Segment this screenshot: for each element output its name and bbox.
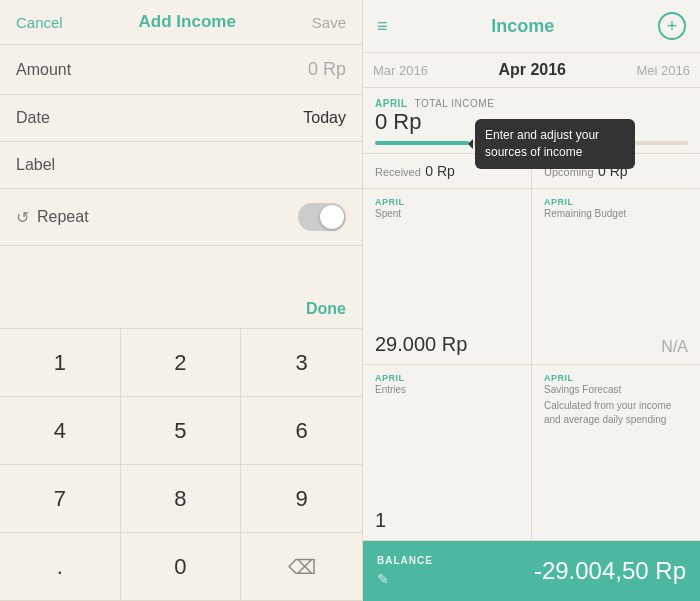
key-6[interactable]: 6 [241,397,362,465]
cancel-button[interactable]: Cancel [16,14,63,31]
label-label: Label [16,156,55,174]
savings-cell: APRIL Savings Forecast Calculated from y… [532,365,700,540]
repeat-toggle[interactable] [298,203,346,231]
amount-value: 0 Rp [308,59,346,80]
balance-label: BALANCE [377,555,433,567]
key-9[interactable]: 9 [241,465,362,533]
add-income-title: Add Income [139,12,236,32]
amount-row[interactable]: Amount 0 Rp [0,45,362,95]
spent-cell: APRIL Spent 29.000 Rp [363,189,532,364]
spent-remaining-row: APRIL Spent 29.000 Rp APRIL Remaining Bu… [363,189,700,365]
key-7[interactable]: 7 [0,465,121,533]
entries-savings-row: APRIL Entries 1 APRIL Savings Forecast C… [363,365,700,541]
tooltip-text: Enter and adjust your sources of income [485,128,599,159]
done-button[interactable]: Done [306,300,346,318]
key-dot[interactable]: . [0,533,121,601]
remaining-sublabel: Remaining Budget [544,208,688,219]
prev-month[interactable]: Mar 2016 [373,63,428,78]
hamburger-icon[interactable]: ≡ [377,16,388,37]
date-label: Date [16,109,50,127]
label-row[interactable]: Label [0,142,362,189]
date-value: Today [303,109,346,127]
total-income-value: 0 Rp [375,109,421,135]
entries-value: 1 [375,509,519,532]
entries-cell: APRIL Entries 1 [363,365,532,540]
amount-label: Amount [16,61,71,79]
numpad: 1 2 3 4 5 6 7 8 9 . 0 ⌫ [0,329,362,601]
spent-tag: APRIL [375,197,519,207]
savings-tag: APRIL [544,373,688,383]
spent-sublabel: Spent [375,208,519,219]
add-income-panel: Cancel Add Income Save Amount 0 Rp Date … [0,0,362,601]
savings-desc: Calculated from your income and average … [544,399,688,427]
income-title: Income [491,16,554,37]
date-row[interactable]: Date Today [0,95,362,142]
form-section: Amount 0 Rp Date Today Label ↺ Repeat [0,45,362,290]
key-5[interactable]: 5 [121,397,242,465]
income-progress-fill [375,141,469,145]
key-1[interactable]: 1 [0,329,121,397]
entries-sublabel: Entries [375,384,519,395]
balance-bar: BALANCE ✎ -29.004,50 Rp [363,541,700,601]
month-nav: Mar 2016 Apr 2016 Mei 2016 [363,53,700,88]
total-income-section: APRIL Total Income 0 Rp Enter and adjust… [363,88,700,154]
key-0[interactable]: 0 [121,533,242,601]
remaining-value: N/A [544,338,688,356]
tooltip: Enter and adjust your sources of income [475,119,635,169]
left-header: Cancel Add Income Save [0,0,362,45]
entries-tag: APRIL [375,373,519,383]
key-backspace[interactable]: ⌫ [241,533,362,601]
key-3[interactable]: 3 [241,329,362,397]
balance-left: BALANCE ✎ [377,555,433,587]
backspace-icon: ⌫ [288,555,316,579]
key-4[interactable]: 4 [0,397,121,465]
remaining-tag: APRIL [544,197,688,207]
balance-amount: -29.004,50 Rp [534,557,686,585]
repeat-row[interactable]: ↺ Repeat [0,189,362,246]
current-month: Apr 2016 [498,61,566,79]
save-button[interactable]: Save [312,14,346,31]
received-label: Received [375,166,421,178]
data-grid: APRIL Spent 29.000 Rp APRIL Remaining Bu… [363,189,700,541]
repeat-icon: ↺ [16,208,29,227]
repeat-container: ↺ Repeat [16,208,89,227]
key-2[interactable]: 2 [121,329,242,397]
april-label: APRIL Total Income [375,98,688,109]
key-8[interactable]: 8 [121,465,242,533]
repeat-label: Repeat [37,208,89,226]
done-row: Done [0,290,362,329]
savings-sublabel: Savings Forecast [544,384,688,395]
next-month[interactable]: Mei 2016 [637,63,690,78]
spent-value: 29.000 Rp [375,333,519,356]
add-income-button[interactable]: + [658,12,686,40]
right-header: ≡ Income + [363,0,700,53]
remaining-cell: APRIL Remaining Budget N/A [532,189,700,364]
received-value: 0 Rp [425,163,455,179]
income-panel: ≡ Income + Mar 2016 Apr 2016 Mei 2016 AP… [362,0,700,601]
edit-icon[interactable]: ✎ [377,571,433,587]
